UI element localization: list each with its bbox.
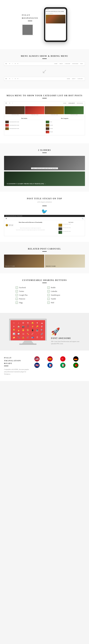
monitor-icon-12: ⚡	[31, 325, 34, 328]
flag-pt[interactable]: 🇵🇹	[73, 363, 79, 368]
sticky-sidebar-item-3[interactable]: Lorem ipsum dolor sit amet	[59, 231, 83, 234]
sharing-digg-label: Digg	[19, 302, 22, 304]
sharing-linkedin[interactable]: ✓ Linkedin	[47, 290, 73, 293]
menu-star-b1[interactable]: ☆	[11, 78, 13, 80]
mega-img-item-2: CATEGORY NAME	[25, 106, 44, 115]
sticky-search-icon[interactable]: 🔍	[82, 218, 83, 219]
menu-heart-b3[interactable]: ♥	[17, 78, 19, 80]
sliders-section: 2 SLIDERS SMALL ARROW DOTS LIKE NEXT TO …	[0, 143, 89, 192]
font-awesome-info: 🚀 FONT AWESOME 300+ icons from FontAweso…	[51, 327, 80, 345]
sticky-sidebar: Top Stories Lorem ipsum dolor sit amet L…	[57, 220, 85, 236]
mega-star-1[interactable]: ☆	[11, 102, 13, 104]
mega-article-item-2[interactable]: Lorem ipsum dolor sit amet	[5, 124, 43, 127]
monitor-icon-8: ✈	[13, 325, 15, 328]
monitor-icon-23: 💬	[17, 333, 20, 335]
sharing-twitter[interactable]: ✓ Twitter	[16, 290, 42, 293]
mega-article-text-1: Lorem ipsum dolor sit amet	[9, 122, 19, 122]
sticky-author-row: Parestas Juze July 4, 2018	[6, 224, 56, 226]
mega-cat-item-2[interactable]: Lifestyle	[46, 124, 84, 127]
menu-nav-category[interactable]: CATEGORY	[64, 63, 71, 64]
sharing-reddit-label: Reddit	[51, 286, 56, 289]
mega-article-item-1[interactable]: Lorem ipsum dolor sit amet	[5, 121, 43, 123]
sticky-thumb-3	[59, 231, 62, 234]
menu-nav-home[interactable]: HOME	[54, 63, 58, 64]
flag-it[interactable]: 🇮🇹	[60, 363, 66, 368]
menu-heart-3[interactable]: ♥	[17, 63, 19, 64]
sticky-sidebar-item-2[interactable]: Lorem ipsum dolor sit amet	[59, 227, 83, 230]
monitor-icon-29: 📁	[13, 336, 15, 339]
sticky-header: M 🔍	[4, 217, 85, 220]
monitor-icon-27: 📌	[36, 333, 38, 335]
flag-us[interactable]: 🇺🇸	[34, 356, 40, 362]
sharing-pinterest[interactable]: ✓ Pinterest	[16, 297, 42, 300]
monitor-mockup: ☆ ♪ ⚙ ✉ 🔔 ♥ ☁ ✈ 🏠 📷 🎵 ⚡ 🔑 🎯 💡 🔥	[9, 319, 47, 345]
monitor-icon-24: 🗂	[22, 333, 24, 335]
mega-nav-category[interactable]: CATEGORY ▾	[68, 102, 76, 104]
flag-fr[interactable]: 🇫🇷	[47, 363, 53, 368]
mega-menu-section: MEGA MENU TO SHOW YOUR CATEGORY LIST OR …	[0, 89, 89, 143]
check-icon-stumbleupon: ✓	[47, 294, 50, 296]
monitor-icon-21: 🔍	[41, 329, 43, 332]
menu-heart-b1[interactable]: ♥	[9, 78, 10, 80]
mega-cat-thumb-4	[46, 131, 49, 133]
sticky-section: POST TITLE STICKY ON TOP with elegant an…	[0, 192, 89, 242]
mega-cat-item-3[interactable]: Lifestyle	[46, 127, 84, 130]
monitor-icon-14: 🎯	[41, 325, 43, 328]
menu-nav-home-2[interactable]: HOME	[66, 78, 71, 80]
author-info: Parestas Juze July 4, 2018	[9, 224, 13, 226]
mega-article-item-3[interactable]: Lorem ipsum dolor sit amet	[5, 127, 43, 130]
sharing-mail[interactable]: ✓ Mail	[47, 301, 73, 304]
menu-nav-about[interactable]: ABOUT	[59, 63, 63, 64]
mega-img-item-1: CATEGORY NAME	[5, 106, 25, 115]
menu-nav-category-2[interactable]: CATEGORY	[77, 78, 83, 80]
monitor-icon-31: 🔒	[22, 336, 24, 339]
mega-nav-instagram[interactable]: INSTAGRAM	[76, 102, 83, 104]
mega-nav-home[interactable]: HOME	[63, 102, 67, 104]
flag-es[interactable]: 🇪🇸	[47, 356, 53, 362]
sticky-section-title: POST TITLE STICKY ON TOP	[3, 198, 86, 200]
mega-cat-item-1[interactable]: Travel	[46, 121, 84, 123]
qr-code	[22, 24, 33, 36]
menu-heart-1[interactable]: ♥	[9, 63, 10, 64]
accent-bar-sticky	[42, 206, 47, 206]
flag-gb[interactable]: 🇬🇧	[34, 363, 40, 368]
menu-nav-shop[interactable]: SHOP	[80, 63, 83, 64]
sharing-facebook[interactable]: ✓ Facebook	[16, 286, 42, 289]
phone-article-body: Nascetur amet urna, augue massa nec vulp…	[46, 12, 66, 14]
sharing-digg[interactable]: ✓ Digg	[16, 301, 42, 304]
sticky-main: Dieter Rams and the Relevance of Functio…	[4, 220, 57, 236]
sharing-stumbleupon[interactable]: ✓ Stumbleupon	[47, 294, 73, 297]
menu-heart-b2[interactable]: ♥	[14, 78, 16, 80]
mega-img-label-2: CATEGORY NAME	[25, 114, 44, 115]
carousel-item-2[interactable]: PROJECT NAME	[45, 254, 85, 268]
monitor-screen-wrap: ☆ ♪ ⚙ ✉ 🔔 ♥ ☁ ✈ 🏠 📷 🎵 ⚡ 🔑 🎯 💡 🔥	[9, 319, 47, 341]
phone-mockup: 12:00 PM ▪▪▪ Dieter Rams and the Relevan…	[44, 7, 67, 42]
menu-star-1[interactable]: ☆	[11, 63, 13, 64]
menu-nav-instagram[interactable]: INSTAGRAM	[72, 63, 79, 64]
slider-2-text: 6 LESSONS I LEARN FROM SOLO TRAVELING →	[7, 183, 46, 184]
sticky-sidebar-item-1[interactable]: Lorem ipsum dolor sit amet	[59, 224, 83, 227]
sticky-body-text: Nascetur amet urna, augue massa nec vulp…	[6, 228, 56, 229]
sharing-googleplus[interactable]: ✓ Google Plus	[16, 294, 42, 297]
monitor-icon-7: ☁	[41, 322, 43, 324]
menu-nav-about-2[interactable]: ABOUT	[71, 78, 76, 80]
mega-heart-1[interactable]: ♥	[9, 102, 10, 104]
monitor-icon-34: 🗓	[36, 336, 38, 339]
sharing-reddit[interactable]: ✓ Reddit	[47, 286, 73, 289]
flag-tr[interactable]: 🇹🇷	[60, 356, 66, 362]
carousel-item-1[interactable]: PROJECT NAME	[4, 254, 44, 268]
mega-logo: T	[6, 102, 6, 104]
translation-desc: Compatible with WPML, the most popular a…	[4, 368, 30, 375]
rocket-icon: 🚀	[51, 327, 80, 336]
phone-article-image	[46, 15, 66, 24]
flag-de[interactable]: 🇩🇪	[73, 356, 79, 362]
carousel-label-1: PROJECT NAME	[5, 266, 15, 267]
mega-cat-item-4[interactable]: Lifestyle	[46, 131, 84, 133]
sharing-linkedin-label: Linkedin	[51, 290, 57, 292]
check-icon-twitter: ✓	[16, 290, 18, 292]
mega-cat-text-1: Travel	[50, 122, 52, 122]
menu-heart-2[interactable]: ♥	[14, 63, 16, 64]
monitor-wrapper: ☆ ♪ ⚙ ✉ 🔔 ♥ ☁ ✈ 🏠 📷 🎵 ⚡ 🔑 🎯 💡 🔥	[3, 319, 86, 345]
slider-demo: SMALL ARROW DOTS LIKE NEXT TO THE POST 6…	[4, 156, 85, 186]
sharing-tumblr[interactable]: ✓ Tumblr	[47, 297, 73, 300]
